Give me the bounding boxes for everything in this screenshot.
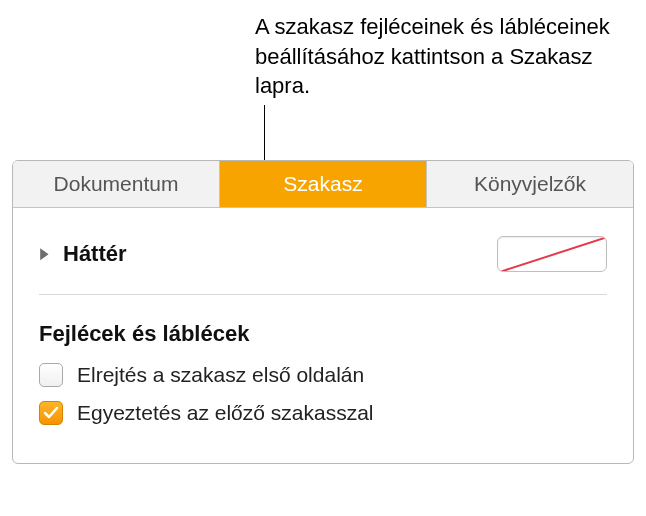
background-row-left: Háttér: [39, 241, 127, 267]
tab-section[interactable]: Szakasz: [220, 161, 427, 207]
background-color-well[interactable]: [497, 236, 607, 272]
hide-first-page-label: Elrejtés a szakasz első oldalán: [77, 363, 364, 387]
headers-footers-title: Fejlécek és láblécek: [39, 321, 607, 347]
background-label: Háttér: [63, 241, 127, 267]
match-previous-row: Egyeztetés az előző szakasszal: [39, 401, 607, 425]
match-previous-checkbox[interactable]: [39, 401, 63, 425]
panel-body: Háttér Fejlécek és láblécek Elrejtés a s…: [13, 208, 633, 463]
callout-text: A szakasz fejléceinek és lábléceinek beá…: [255, 12, 635, 101]
inspector-panel: Dokumentum Szakasz Könyvjelzők Háttér Fe…: [12, 160, 634, 464]
tab-bar: Dokumentum Szakasz Könyvjelzők: [13, 161, 633, 208]
hide-first-page-row: Elrejtés a szakasz első oldalán: [39, 363, 607, 387]
match-previous-label: Egyeztetés az előző szakasszal: [77, 401, 373, 425]
tab-bookmarks[interactable]: Könyvjelzők: [427, 161, 633, 207]
tab-document[interactable]: Dokumentum: [13, 161, 220, 207]
disclosure-triangle-icon[interactable]: [39, 247, 51, 261]
background-row: Háttér: [39, 226, 607, 295]
hide-first-page-checkbox[interactable]: [39, 363, 63, 387]
callout-leader-line: [264, 105, 265, 160]
